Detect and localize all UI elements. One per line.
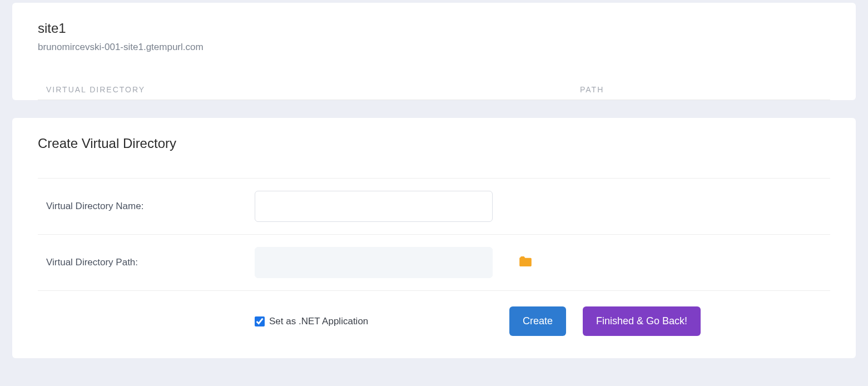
site-info-card: site1 brunomircevski-001-site1.gtempurl.… <box>12 3 856 100</box>
input-virtual-directory-name[interactable] <box>255 191 493 222</box>
checkbox-net-application-label: Set as .NET Application <box>269 316 368 327</box>
finished-go-back-button[interactable]: Finished & Go Back! <box>583 306 701 336</box>
actions-row: Set as .NET Application Create Finished … <box>38 291 830 336</box>
col-path: PATH <box>580 85 604 94</box>
table-header: VIRTUAL DIRECTORY PATH <box>38 80 830 100</box>
site-url: brunomircevski-001-site1.gtempurl.com <box>38 42 830 53</box>
create-button[interactable]: Create <box>509 306 566 336</box>
label-virtual-directory-name: Virtual Directory Name: <box>38 201 255 212</box>
label-virtual-directory-path: Virtual Directory Path: <box>38 257 255 268</box>
col-virtual-directory: VIRTUAL DIRECTORY <box>46 85 580 94</box>
row-virtual-directory-name: Virtual Directory Name: <box>38 179 830 235</box>
create-virtual-directory-card: Create Virtual Directory Virtual Directo… <box>12 118 856 358</box>
input-virtual-directory-path[interactable] <box>255 247 493 278</box>
checkbox-net-application[interactable] <box>255 316 265 326</box>
form-title: Create Virtual Directory <box>38 136 830 151</box>
row-virtual-directory-path: Virtual Directory Path: <box>38 235 830 291</box>
folder-icon[interactable] <box>519 256 532 269</box>
site-title: site1 <box>38 21 830 36</box>
